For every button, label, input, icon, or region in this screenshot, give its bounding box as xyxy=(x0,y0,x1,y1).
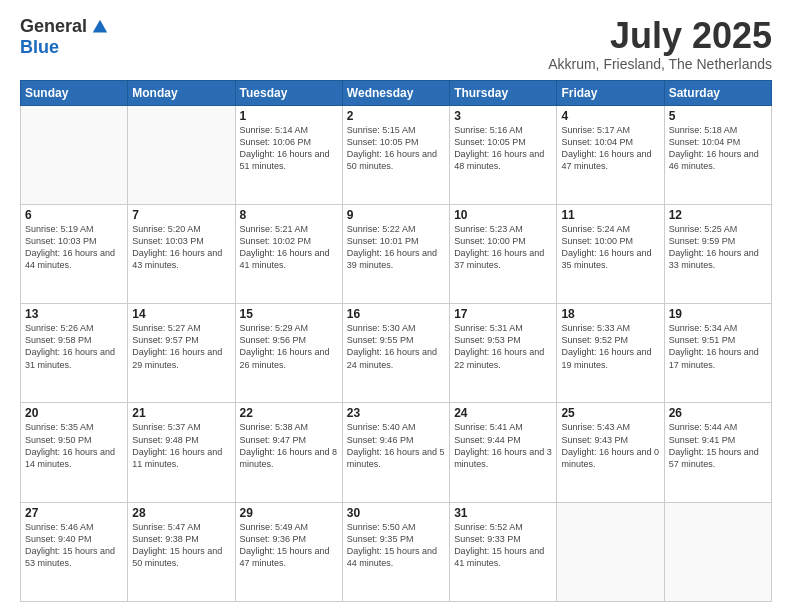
day-number: 8 xyxy=(240,208,338,222)
cell-text: Sunrise: 5:34 AM Sunset: 9:51 PM Dayligh… xyxy=(669,322,767,371)
calendar-cell: 6Sunrise: 5:19 AM Sunset: 10:03 PM Dayli… xyxy=(21,204,128,303)
day-number: 12 xyxy=(669,208,767,222)
day-number: 24 xyxy=(454,406,552,420)
calendar-week-3: 13Sunrise: 5:26 AM Sunset: 9:58 PM Dayli… xyxy=(21,304,772,403)
calendar-cell: 20Sunrise: 5:35 AM Sunset: 9:50 PM Dayli… xyxy=(21,403,128,502)
calendar-cell: 28Sunrise: 5:47 AM Sunset: 9:38 PM Dayli… xyxy=(128,502,235,601)
day-number: 5 xyxy=(669,109,767,123)
logo-general-text: General xyxy=(20,16,87,37)
cell-text: Sunrise: 5:50 AM Sunset: 9:35 PM Dayligh… xyxy=(347,521,445,570)
calendar-cell: 31Sunrise: 5:52 AM Sunset: 9:33 PM Dayli… xyxy=(450,502,557,601)
calendar-cell xyxy=(664,502,771,601)
calendar-cell: 4Sunrise: 5:17 AM Sunset: 10:04 PM Dayli… xyxy=(557,105,664,204)
calendar-cell: 30Sunrise: 5:50 AM Sunset: 9:35 PM Dayli… xyxy=(342,502,449,601)
calendar-cell: 19Sunrise: 5:34 AM Sunset: 9:51 PM Dayli… xyxy=(664,304,771,403)
calendar-cell: 27Sunrise: 5:46 AM Sunset: 9:40 PM Dayli… xyxy=(21,502,128,601)
cell-text: Sunrise: 5:30 AM Sunset: 9:55 PM Dayligh… xyxy=(347,322,445,371)
cell-text: Sunrise: 5:26 AM Sunset: 9:58 PM Dayligh… xyxy=(25,322,123,371)
calendar-cell xyxy=(128,105,235,204)
cell-text: Sunrise: 5:35 AM Sunset: 9:50 PM Dayligh… xyxy=(25,421,123,470)
day-number: 27 xyxy=(25,506,123,520)
cell-text: Sunrise: 5:20 AM Sunset: 10:03 PM Daylig… xyxy=(132,223,230,272)
calendar-header-friday: Friday xyxy=(557,80,664,105)
calendar-header-sunday: Sunday xyxy=(21,80,128,105)
cell-text: Sunrise: 5:49 AM Sunset: 9:36 PM Dayligh… xyxy=(240,521,338,570)
calendar-cell: 5Sunrise: 5:18 AM Sunset: 10:04 PM Dayli… xyxy=(664,105,771,204)
day-number: 6 xyxy=(25,208,123,222)
calendar-cell xyxy=(557,502,664,601)
cell-text: Sunrise: 5:15 AM Sunset: 10:05 PM Daylig… xyxy=(347,124,445,173)
day-number: 14 xyxy=(132,307,230,321)
calendar-week-5: 27Sunrise: 5:46 AM Sunset: 9:40 PM Dayli… xyxy=(21,502,772,601)
day-number: 10 xyxy=(454,208,552,222)
day-number: 2 xyxy=(347,109,445,123)
logo-icon xyxy=(91,18,109,36)
calendar-cell: 1Sunrise: 5:14 AM Sunset: 10:06 PM Dayli… xyxy=(235,105,342,204)
day-number: 17 xyxy=(454,307,552,321)
cell-text: Sunrise: 5:47 AM Sunset: 9:38 PM Dayligh… xyxy=(132,521,230,570)
calendar-cell: 22Sunrise: 5:38 AM Sunset: 9:47 PM Dayli… xyxy=(235,403,342,502)
cell-text: Sunrise: 5:41 AM Sunset: 9:44 PM Dayligh… xyxy=(454,421,552,470)
logo: General Blue xyxy=(20,16,109,58)
calendar-cell: 3Sunrise: 5:16 AM Sunset: 10:05 PM Dayli… xyxy=(450,105,557,204)
day-number: 3 xyxy=(454,109,552,123)
cell-text: Sunrise: 5:18 AM Sunset: 10:04 PM Daylig… xyxy=(669,124,767,173)
svg-marker-0 xyxy=(93,19,107,32)
day-number: 4 xyxy=(561,109,659,123)
calendar-table: SundayMondayTuesdayWednesdayThursdayFrid… xyxy=(20,80,772,602)
page: General Blue July 2025 Akkrum, Friesland… xyxy=(0,0,792,612)
calendar-cell: 21Sunrise: 5:37 AM Sunset: 9:48 PM Dayli… xyxy=(128,403,235,502)
calendar-header-wednesday: Wednesday xyxy=(342,80,449,105)
calendar-cell xyxy=(21,105,128,204)
day-number: 26 xyxy=(669,406,767,420)
cell-text: Sunrise: 5:38 AM Sunset: 9:47 PM Dayligh… xyxy=(240,421,338,470)
calendar-header-thursday: Thursday xyxy=(450,80,557,105)
calendar-cell: 9Sunrise: 5:22 AM Sunset: 10:01 PM Dayli… xyxy=(342,204,449,303)
logo-blue-text: Blue xyxy=(20,37,59,58)
location: Akkrum, Friesland, The Netherlands xyxy=(548,56,772,72)
cell-text: Sunrise: 5:24 AM Sunset: 10:00 PM Daylig… xyxy=(561,223,659,272)
cell-text: Sunrise: 5:37 AM Sunset: 9:48 PM Dayligh… xyxy=(132,421,230,470)
day-number: 11 xyxy=(561,208,659,222)
calendar-cell: 16Sunrise: 5:30 AM Sunset: 9:55 PM Dayli… xyxy=(342,304,449,403)
day-number: 20 xyxy=(25,406,123,420)
day-number: 29 xyxy=(240,506,338,520)
calendar-header-tuesday: Tuesday xyxy=(235,80,342,105)
calendar-cell: 14Sunrise: 5:27 AM Sunset: 9:57 PM Dayli… xyxy=(128,304,235,403)
header: General Blue July 2025 Akkrum, Friesland… xyxy=(20,16,772,72)
cell-text: Sunrise: 5:46 AM Sunset: 9:40 PM Dayligh… xyxy=(25,521,123,570)
cell-text: Sunrise: 5:14 AM Sunset: 10:06 PM Daylig… xyxy=(240,124,338,173)
cell-text: Sunrise: 5:22 AM Sunset: 10:01 PM Daylig… xyxy=(347,223,445,272)
cell-text: Sunrise: 5:16 AM Sunset: 10:05 PM Daylig… xyxy=(454,124,552,173)
calendar-cell: 11Sunrise: 5:24 AM Sunset: 10:00 PM Dayl… xyxy=(557,204,664,303)
cell-text: Sunrise: 5:17 AM Sunset: 10:04 PM Daylig… xyxy=(561,124,659,173)
calendar-cell: 25Sunrise: 5:43 AM Sunset: 9:43 PM Dayli… xyxy=(557,403,664,502)
day-number: 23 xyxy=(347,406,445,420)
cell-text: Sunrise: 5:44 AM Sunset: 9:41 PM Dayligh… xyxy=(669,421,767,470)
cell-text: Sunrise: 5:25 AM Sunset: 9:59 PM Dayligh… xyxy=(669,223,767,272)
calendar-cell: 24Sunrise: 5:41 AM Sunset: 9:44 PM Dayli… xyxy=(450,403,557,502)
cell-text: Sunrise: 5:31 AM Sunset: 9:53 PM Dayligh… xyxy=(454,322,552,371)
day-number: 13 xyxy=(25,307,123,321)
day-number: 18 xyxy=(561,307,659,321)
calendar-cell: 13Sunrise: 5:26 AM Sunset: 9:58 PM Dayli… xyxy=(21,304,128,403)
cell-text: Sunrise: 5:23 AM Sunset: 10:00 PM Daylig… xyxy=(454,223,552,272)
calendar-cell: 23Sunrise: 5:40 AM Sunset: 9:46 PM Dayli… xyxy=(342,403,449,502)
day-number: 19 xyxy=(669,307,767,321)
day-number: 1 xyxy=(240,109,338,123)
calendar-cell: 18Sunrise: 5:33 AM Sunset: 9:52 PM Dayli… xyxy=(557,304,664,403)
day-number: 16 xyxy=(347,307,445,321)
cell-text: Sunrise: 5:19 AM Sunset: 10:03 PM Daylig… xyxy=(25,223,123,272)
calendar-cell: 8Sunrise: 5:21 AM Sunset: 10:02 PM Dayli… xyxy=(235,204,342,303)
day-number: 9 xyxy=(347,208,445,222)
month-title: July 2025 xyxy=(548,16,772,56)
cell-text: Sunrise: 5:40 AM Sunset: 9:46 PM Dayligh… xyxy=(347,421,445,470)
cell-text: Sunrise: 5:29 AM Sunset: 9:56 PM Dayligh… xyxy=(240,322,338,371)
calendar-week-4: 20Sunrise: 5:35 AM Sunset: 9:50 PM Dayli… xyxy=(21,403,772,502)
calendar-cell: 15Sunrise: 5:29 AM Sunset: 9:56 PM Dayli… xyxy=(235,304,342,403)
calendar-cell: 12Sunrise: 5:25 AM Sunset: 9:59 PM Dayli… xyxy=(664,204,771,303)
calendar-week-1: 1Sunrise: 5:14 AM Sunset: 10:06 PM Dayli… xyxy=(21,105,772,204)
calendar-header-saturday: Saturday xyxy=(664,80,771,105)
cell-text: Sunrise: 5:33 AM Sunset: 9:52 PM Dayligh… xyxy=(561,322,659,371)
calendar-cell: 10Sunrise: 5:23 AM Sunset: 10:00 PM Dayl… xyxy=(450,204,557,303)
